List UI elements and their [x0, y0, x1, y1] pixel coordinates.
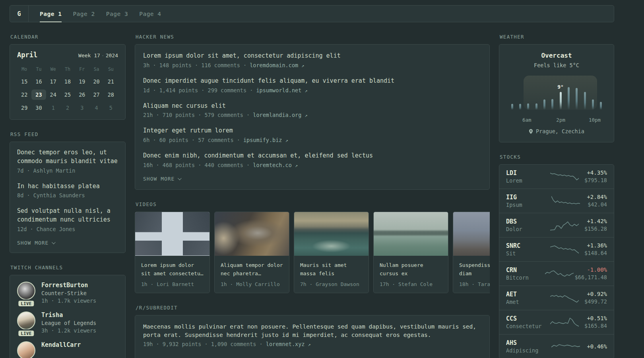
- weather-bar: [584, 92, 586, 110]
- hackernews-item-title[interactable]: Integer eget rutrum lorem: [143, 126, 481, 135]
- weather-bar-slot: [581, 75, 589, 110]
- calendar-day[interactable]: 3: [75, 103, 89, 113]
- hackernews-item-title[interactable]: Aliquam nec cursus elit: [143, 102, 481, 111]
- video-thumbnail[interactable]: [135, 212, 209, 256]
- twitch-channel-row[interactable]: LIVETrishaLeague of Legends3h · 1.2k vie…: [17, 311, 118, 334]
- hackernews-item-domain[interactable]: loremlandia.org: [253, 112, 301, 118]
- video-meta: 1h · Molly Carrillo: [221, 281, 283, 287]
- twitch-channel-game: League of Legends: [41, 320, 96, 326]
- dashboard-page: G Page 1Page 2Page 3Page 4 CALENDAR Apri…: [10, 5, 614, 358]
- hackernews-item-title[interactable]: Donec enim nibh, condimentum et accumsan…: [143, 152, 481, 160]
- calendar-day[interactable]: 29: [17, 103, 31, 113]
- hackernews-item-title[interactable]: Donec imperdiet augue tincidunt felis al…: [143, 77, 481, 86]
- calendar-day[interactable]: 5: [104, 103, 118, 113]
- weekday-label: We: [46, 65, 60, 74]
- twitch-channel-row[interactable]: LIVEForrestBurtonCounter-Strike1h · 1.7k…: [17, 282, 118, 304]
- tab-page-3[interactable]: Page 3: [106, 6, 128, 22]
- twitch-channel-name[interactable]: KendallCarr: [41, 341, 81, 348]
- video-title[interactable]: Aliquam tempor dolor nec pharetra…: [221, 261, 283, 278]
- video-card: Nullam posuere cursus ex17h · Stefan Col…: [373, 212, 448, 293]
- calendar-day[interactable]: 25: [60, 90, 75, 100]
- rss-item-title[interactable]: Sed volutpat nulla nisl, a condimentum n…: [17, 207, 118, 224]
- stock-change: +1.42%: [584, 218, 607, 224]
- calendar-day[interactable]: 4: [89, 103, 103, 113]
- video-thumbnail[interactable]: [453, 212, 490, 256]
- stock-row-iig[interactable]: IIGIpsum+2.84%$42.04: [499, 189, 614, 213]
- twitch-channel-name[interactable]: ForrestBurton: [41, 282, 96, 289]
- calendar-day[interactable]: 16: [31, 76, 46, 87]
- weather-hourly-chart: 9°: [508, 75, 605, 116]
- stock-id: LDILorem: [506, 169, 544, 184]
- video-title[interactable]: Lorem ipsum dolor sit amet consectetu…: [141, 261, 204, 278]
- left-column: CALENDAR April Week 17·2024 MoTuWeThFrSa…: [10, 34, 126, 358]
- avatar-wrap: LIVE: [17, 282, 35, 304]
- calendar-day[interactable]: 27: [89, 90, 103, 100]
- calendar-day[interactable]: 30: [31, 103, 46, 113]
- stock-row-ahs[interactable]: AHSAdipiscing+0.46%: [499, 334, 614, 358]
- weather-bar-slot: [508, 75, 516, 110]
- twitch-channel-name[interactable]: Trisha: [41, 311, 96, 319]
- tab-page-4[interactable]: Page 4: [139, 6, 161, 22]
- video-title[interactable]: Nullam posuere cursus ex: [380, 261, 442, 278]
- weather-heading: WEATHER: [500, 34, 614, 40]
- avatar[interactable]: [17, 341, 35, 358]
- calendar-day[interactable]: 15: [17, 76, 31, 87]
- twitch-channel-row[interactable]: KendallCarr: [17, 341, 118, 358]
- hackernews-item-domain[interactable]: loremdomain.com: [250, 62, 298, 68]
- calendar-day[interactable]: 1: [46, 103, 60, 113]
- video-thumbnail[interactable]: [294, 212, 369, 256]
- stock-row-ldi[interactable]: LDILorem+4.35%$795.18: [499, 165, 614, 189]
- calendar-day[interactable]: 28: [104, 90, 118, 100]
- rss-show-more-button[interactable]: SHOW MORE: [17, 240, 54, 246]
- calendar-day[interactable]: 19: [75, 76, 89, 87]
- hackernews-item-domain[interactable]: ipsumworld.net: [256, 87, 301, 93]
- stock-symbol: LDI: [506, 169, 544, 177]
- calendar-day[interactable]: 21: [104, 76, 118, 87]
- subreddit-post-domain[interactable]: loremnet.xyz: [266, 341, 305, 347]
- stock-row-dbs[interactable]: DBSDolor+1.42%$156.28: [499, 213, 614, 237]
- calendar-day[interactable]: 2: [60, 103, 75, 113]
- rss-item-title[interactable]: Donec tempor eros leo, ut commodo mauris…: [17, 148, 118, 166]
- calendar-grid: MoTuWeThFrSaSu15161718192021222324252627…: [17, 65, 118, 113]
- stock-change: +0.51%: [584, 315, 607, 321]
- calendar-day[interactable]: 24: [46, 90, 60, 100]
- stock-row-ccs[interactable]: CCSConsectetur+0.51%$165.84: [499, 310, 614, 334]
- stock-row-crn[interactable]: CRNBitcorn-1.00%$66,171.48: [499, 261, 614, 286]
- stock-row-aet[interactable]: AETAmet+0.92%$499.72: [499, 286, 614, 310]
- stock-sparkline: [550, 218, 579, 232]
- hackernews-item-domain[interactable]: loremtech.co: [253, 162, 292, 168]
- hackernews-item-meta: 3h · 148 points · 116 comments · loremdo…: [143, 62, 481, 68]
- hackernews-show-more-button[interactable]: SHOW MORE: [143, 176, 180, 182]
- avatar[interactable]: [17, 282, 35, 300]
- video-thumbnail[interactable]: [215, 212, 289, 256]
- app-logo[interactable]: G: [10, 6, 29, 22]
- tab-page-2[interactable]: Page 2: [73, 6, 95, 22]
- stock-change: +4.35%: [584, 169, 607, 176]
- stock-symbol: IIG: [506, 194, 544, 201]
- video-thumbnail[interactable]: [374, 212, 448, 256]
- hackernews-item-domain[interactable]: ipsumify.biz: [243, 137, 282, 143]
- calendar-widget: April Week 17·2024 MoTuWeThFrSaSu1516171…: [10, 44, 126, 120]
- weather-bar: [511, 104, 513, 110]
- weekday-label: Mo: [17, 65, 31, 74]
- hackernews-item-title[interactable]: Lorem ipsum dolor sit amet, consectetur …: [143, 52, 481, 60]
- hackernews-item-meta: 16h · 468 points · 440 comments · loremt…: [143, 162, 481, 168]
- stock-sparkline: [550, 170, 579, 183]
- tab-page-1[interactable]: Page 1: [40, 6, 62, 22]
- video-title[interactable]: Suspendisse diam: [459, 261, 490, 278]
- calendar-day[interactable]: 17: [46, 76, 60, 87]
- calendar-day[interactable]: 26: [75, 90, 89, 100]
- stock-change: +1.36%: [584, 242, 607, 249]
- stock-name: Sit: [506, 250, 544, 257]
- calendar-day[interactable]: 18: [60, 76, 75, 87]
- video-title[interactable]: Mauris sit amet massa felis: [300, 261, 363, 278]
- avatar[interactable]: [17, 311, 35, 330]
- calendar-day[interactable]: 20: [89, 76, 103, 87]
- calendar-day-selected[interactable]: 23: [31, 90, 46, 100]
- rss-item-title[interactable]: In hac habitasse platea: [17, 182, 118, 191]
- stock-row-snrc[interactable]: SNRCSit+1.36%$148.64: [499, 237, 614, 261]
- subreddit-post-title[interactable]: Maecenas mollis pulvinar erat non posuer…: [143, 323, 481, 339]
- hackernews-item-stats: 6h · 60 points · 57 comments ·: [143, 137, 243, 143]
- calendar-day[interactable]: 22: [17, 90, 31, 100]
- weather-bar-slot: 9°: [557, 75, 564, 110]
